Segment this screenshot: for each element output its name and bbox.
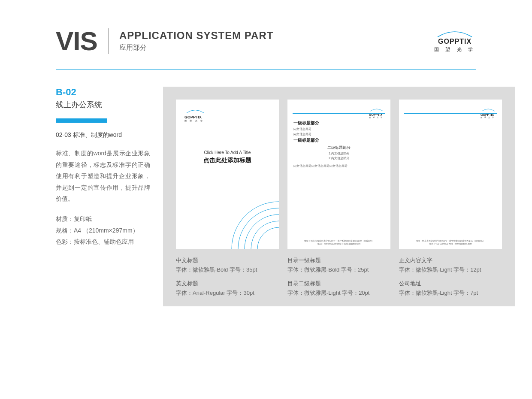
doc-footer: 地址：北京市海淀区永宁路000号—座中粮新国际盛创大厦00（邮编000） 电话：… [399, 239, 502, 245]
svg-point-2 [245, 215, 279, 249]
heading-2: 二级标题部分 [293, 145, 384, 151]
svg-point-1 [251, 221, 279, 249]
logo-arc-icon [369, 108, 384, 112]
heading-1: 一级标题部分 [293, 137, 384, 143]
footer-address: 地址：北京市海淀区永宁路000号—座中粮新国际盛创大厦00（邮编000） [399, 239, 502, 242]
vis-label: VIS [56, 26, 97, 56]
body-text: 内文信息部分内文信息部分内文信息部分 [293, 164, 384, 168]
list-item: 1.内文信息部分 [293, 151, 384, 156]
caption-title: 中文标题 [176, 256, 279, 265]
doc-preview-toc: GOPPTIX 国 望 光 学 一级标题部分 内文信息部分 内文信息部分 一级标… [287, 100, 390, 249]
doc-logo: GOPPTIX 国 望 光 学 [481, 106, 496, 118]
footer-contact: 电话：400-0000000 网址：www.gopptix.com [399, 242, 502, 245]
logo-arc-icon [433, 30, 476, 38]
caption-title: 目录一级标题 [287, 256, 390, 265]
left-panel: B-02 线上办公系统 02-03 标准、制度的word 标准、制度的word是… [56, 87, 150, 306]
logo-cn: 国 望 光 学 [433, 46, 476, 53]
spec-color: 色彩：按标准色、辅助色应用 [56, 236, 150, 248]
description-paragraph: 标准、制度的word是展示企业形象的重要途径，标志及标准字的正确使用有利于塑造和… [56, 148, 150, 205]
subsection-code: 02-03 标准、制度的word [56, 131, 150, 139]
spec-size: 规格：A4 （210mm×297mm） [56, 225, 150, 236]
svg-point-0 [257, 227, 279, 249]
document-row: GOPPTIX 国 望 光 学 Click Here To Add A Titl… [176, 100, 502, 249]
logo-arc-icon [481, 108, 496, 112]
doc-preview-cover: GOPPTIX 国 望 光 学 Click Here To Add A Titl… [176, 100, 279, 249]
section-code: B-02 [56, 87, 150, 98]
doc-preview-body: GOPPTIX 国 望 光 学 地址：北京市海淀区永宁路000号—座中粮新国际盛… [399, 100, 502, 249]
header-subtitle: 应用部分 [119, 43, 273, 52]
accent-bar [56, 118, 107, 123]
heading-1: 一级标题部分 [293, 120, 384, 126]
doc-rule [293, 113, 385, 114]
caption-spec: 字体：微软雅黑-Bold 字号：25pt [287, 265, 390, 275]
header-text-block: APPLICATION SYSTEM PART 应用部分 [119, 30, 273, 52]
logo-arc-icon [184, 109, 206, 113]
spec-material: 材质：复印纸 [56, 213, 150, 225]
body-text: 内文信息部分 [293, 127, 384, 131]
caption-title: 正文内容文字 [399, 256, 502, 265]
doc-title-en: Click Here To Add A Title [176, 150, 279, 155]
divider [108, 28, 109, 54]
caption-col-3: 正文内容文字 字体：微软雅黑-Light 字号：12pt 公司地址 字体：微软雅… [399, 256, 502, 298]
caption-spec: 字体：Arial-Regular 字号：30pt [176, 288, 279, 298]
arc-decoration-icon [219, 189, 279, 249]
logo-cn: 国 望 光 学 [184, 119, 206, 122]
header-title: APPLICATION SYSTEM PART [119, 30, 273, 42]
doc-logo: GOPPTIX 国 望 光 学 [369, 106, 384, 118]
logo-cn: 国 望 光 学 [369, 116, 384, 118]
logo-name: GOPPTIX [184, 115, 206, 119]
logo-name: GOPPTIX [369, 113, 384, 116]
caption-spec: 字体：微软雅黑-Bold 字号：35pt [176, 265, 279, 275]
doc-footer: 地址：北京市海淀区永宁路000号—座中粮新国际盛创大厦00（邮编000） 电话：… [287, 239, 390, 245]
footer-address: 地址：北京市海淀区永宁路000号—座中粮新国际盛创大厦00（邮编000） [287, 239, 390, 242]
preview-area: GOPPTIX 国 望 光 学 Click Here To Add A Titl… [163, 87, 515, 306]
doc-logo: GOPPTIX 国 望 光 学 [184, 107, 206, 122]
section-title: 线上办公系统 [56, 100, 150, 110]
brand-logo: GOPPTIX 国 望 光 学 [433, 30, 476, 53]
doc-title-cn: 点击此处添加标题 [176, 157, 279, 164]
logo-cn: 国 望 光 学 [481, 116, 496, 118]
caption-spec: 字体：微软雅黑-Light 字号：20pt [287, 288, 390, 298]
logo-name: GOPPTIX [481, 113, 496, 116]
list-item: 2.内文信息部分 [293, 156, 384, 161]
caption-spec: 字体：微软雅黑-Light 字号：12pt [399, 265, 502, 275]
doc-rule [404, 113, 497, 114]
logo-name: GOPPTIX [433, 38, 476, 45]
caption-col-2: 目录一级标题 字体：微软雅黑-Bold 字号：25pt 目录二级标题 字体：微软… [287, 256, 390, 298]
caption-title: 目录二级标题 [287, 279, 390, 288]
caption-title: 英文标题 [176, 279, 279, 288]
body-text: 内文信息部分 [293, 132, 384, 136]
caption-col-1: 中文标题 字体：微软雅黑-Bold 字号：35pt 英文标题 字体：Arial-… [176, 256, 279, 298]
main-content: B-02 线上办公系统 02-03 标准、制度的word 标准、制度的word是… [0, 70, 532, 306]
caption-title: 公司地址 [399, 279, 502, 288]
caption-spec: 字体：微软雅黑-Light 字号：7pt [399, 288, 502, 298]
doc-body: 一级标题部分 内文信息部分 内文信息部分 一级标题部分 二级标题部分 1.内文信… [293, 120, 384, 168]
footer-contact: 电话：400-0000000 网址：www.gopptix.com [287, 242, 390, 245]
caption-row: 中文标题 字体：微软雅黑-Bold 字号：35pt 英文标题 字体：Arial-… [176, 256, 502, 298]
